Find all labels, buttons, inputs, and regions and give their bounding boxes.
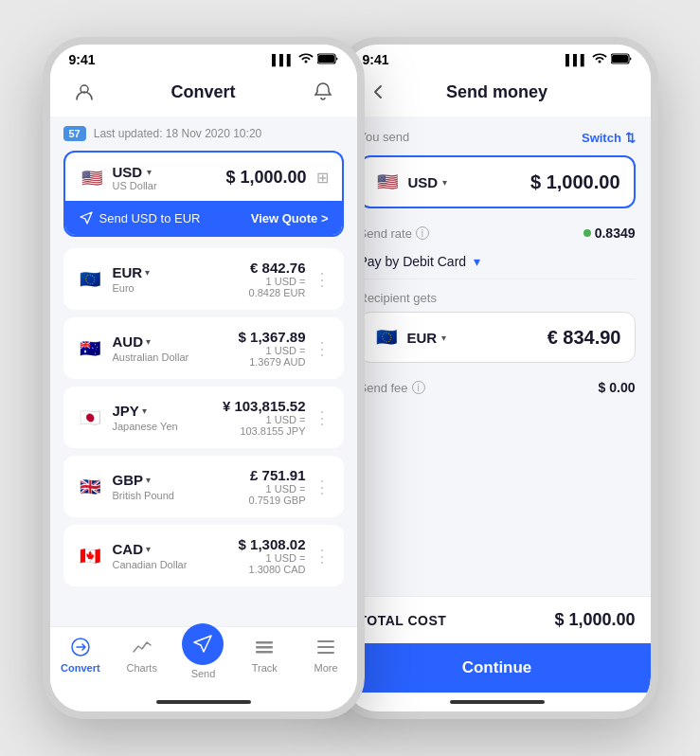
wifi-icon-right <box>592 53 607 66</box>
currency-more-dots[interactable]: ⋮ <box>314 409 331 426</box>
battery-icon-right <box>611 53 632 66</box>
nav-label-send: Send <box>191 668 216 679</box>
currency-more-dots[interactable]: ⋮ <box>314 548 331 565</box>
currency-code: EUR <box>113 264 143 280</box>
from-currency-code: USD <box>408 174 439 190</box>
pay-method-text: Pay by Debit Card <box>359 254 467 269</box>
calculator-icon[interactable]: ⊞ <box>316 169 329 187</box>
update-text: Last updated: 18 Nov 2020 10:20 <box>94 127 261 140</box>
currency-list-item[interactable]: 🇪🇺 EUR ▾ Euro € 842.76 1 USD =0.8428 EUR… <box>63 248 344 310</box>
nav-more[interactable]: More <box>296 635 357 679</box>
currency-amounts: ¥ 103,815.52 1 USD =103.8155 JPY <box>223 398 306 437</box>
send-fee-row: Send fee i $ 0.00 <box>359 372 636 403</box>
currency-item-left: 🇨🇦 CAD ▾ Canadian Dollar <box>77 541 188 570</box>
currency-item-left: 🇯🇵 JPY ▾ Japanese Yen <box>77 403 178 432</box>
send-bar-text: Send USD to EUR <box>79 210 201 225</box>
main-currency-dropdown[interactable]: ▾ <box>147 167 152 177</box>
svg-rect-9 <box>317 652 334 654</box>
currency-flag: 🇯🇵 <box>77 405 103 431</box>
divider-1 <box>359 279 636 279</box>
total-cost-amount: $ 1,000.00 <box>554 610 635 630</box>
notification-icon[interactable] <box>308 77 338 107</box>
switch-icon: ⇅ <box>625 131 636 145</box>
send-rate-label: Send rate i <box>359 226 429 241</box>
svg-rect-4 <box>256 641 273 644</box>
currency-main-amount: $ 1,308.02 <box>239 536 306 552</box>
currency-list-item[interactable]: 🇦🇺 AUD ▾ Australian Dollar $ 1,367.89 1 … <box>63 317 344 379</box>
send-fee-label: Send fee i <box>359 381 425 395</box>
pay-method-row[interactable]: Pay by Debit Card ▾ <box>359 248 636 275</box>
more-nav-icon <box>314 635 338 659</box>
header-convert: Convert <box>50 71 357 117</box>
to-currency-dropdown[interactable]: ▾ <box>441 333 446 343</box>
status-time-left: 9:41 <box>69 52 96 67</box>
currency-item-left: 🇦🇺 AUD ▾ Australian Dollar <box>77 333 189 363</box>
currency-dropdown[interactable]: ▾ <box>146 475 151 485</box>
send-rate-value: 0.8349 <box>583 225 636 241</box>
continue-button[interactable]: Continue <box>344 643 651 693</box>
nav-convert[interactable]: Convert <box>50 635 112 679</box>
currency-rate: 1 USD =0.7519 GBP <box>249 483 306 506</box>
send-fee-info-icon[interactable]: i <box>412 381 425 394</box>
currency-main-amount: € 842.76 <box>249 260 306 276</box>
currency-item-right: ¥ 103,815.52 1 USD =103.8155 JPY ⋮ <box>223 398 331 437</box>
status-icons-left: ▌▌▌ <box>272 53 337 66</box>
switch-button[interactable]: Switch ⇅ <box>582 131 636 145</box>
charts-nav-icon <box>130 635 154 659</box>
svg-rect-5 <box>256 646 273 649</box>
send-fee-value: $ 0.00 <box>599 380 636 395</box>
send-bar[interactable]: Send USD to EUR View Quote > <box>65 201 342 235</box>
nav-charts[interactable]: Charts <box>111 635 172 679</box>
currency-main-amount: $ 1,367.89 <box>239 329 306 345</box>
back-icon[interactable] <box>363 77 393 107</box>
pay-method-dropdown[interactable]: ▾ <box>474 254 480 269</box>
currency-dropdown[interactable]: ▾ <box>145 267 150 278</box>
currency-item-right: $ 1,308.02 1 USD =1.3080 CAD ⋮ <box>239 536 331 575</box>
currency-code: CAD <box>113 541 144 557</box>
currency-main-amount: £ 751.91 <box>249 467 306 483</box>
battery-icon <box>317 53 338 66</box>
currency-item-right: € 842.76 1 USD =0.8428 EUR ⋮ <box>249 260 331 298</box>
currency-item-info: EUR ▾ Euro <box>113 264 151 294</box>
main-currency-card[interactable]: 🇺🇸 USD ▾ US Dollar $ 1,000.00 <box>63 151 344 237</box>
convert-nav-icon <box>68 635 93 659</box>
currency-list-item[interactable]: 🇬🇧 GBP ▾ British Pound £ 751.91 1 USD =0… <box>63 456 344 517</box>
to-currency-code: EUR <box>407 330 438 346</box>
currency-item-info: AUD ▾ Australian Dollar <box>113 333 189 363</box>
currency-more-dots[interactable]: ⋮ <box>314 478 331 495</box>
currency-flag: 🇪🇺 <box>77 266 103 293</box>
currency-dropdown[interactable]: ▾ <box>146 544 151 554</box>
view-quote-link[interactable]: View Quote > <box>251 211 329 225</box>
currency-more-dots[interactable]: ⋮ <box>314 271 331 288</box>
nav-track[interactable]: Track <box>234 635 296 679</box>
currency-more-dots[interactable]: ⋮ <box>314 340 331 357</box>
phone-send: 9:41 ▌▌▌ Send money <box>336 37 658 719</box>
currency-list-item[interactable]: 🇯🇵 JPY ▾ Japanese Yen ¥ 103,815.52 1 USD… <box>63 387 344 448</box>
from-amount: $ 1,000.00 <box>530 171 620 193</box>
nav-label-track: Track <box>252 662 278 674</box>
nav-send[interactable]: Send <box>172 635 234 679</box>
currency-amounts: $ 1,367.89 1 USD =1.3679 AUD <box>239 329 306 368</box>
currency-dropdown[interactable]: ▾ <box>146 336 151 347</box>
status-time-right: 9:41 <box>363 52 389 67</box>
currency-list: 🇪🇺 EUR ▾ Euro € 842.76 1 USD =0.8428 EUR… <box>63 248 344 586</box>
currency-item-left: 🇪🇺 EUR ▾ Euro <box>77 264 151 294</box>
track-nav-icon <box>252 635 277 659</box>
to-currency-left: 🇪🇺 EUR ▾ <box>373 324 447 351</box>
currency-dropdown[interactable]: ▾ <box>142 405 147 416</box>
svg-rect-11 <box>612 55 628 63</box>
currency-flag: 🇬🇧 <box>77 474 103 500</box>
nav-label-more: More <box>314 662 338 674</box>
currency-item-info: JPY ▾ Japanese Yen <box>113 403 178 432</box>
status-icons-right: ▌▌▌ <box>565 53 631 66</box>
currency-list-item[interactable]: 🇨🇦 CAD ▾ Canadian Dollar $ 1,308.02 1 US… <box>63 525 344 586</box>
svg-rect-6 <box>256 651 273 654</box>
send-rate-row: Send rate i 0.8349 <box>359 218 636 248</box>
status-bar-right: 9:41 ▌▌▌ <box>344 45 651 71</box>
phones-container: 9:41 ▌▌▌ Convert <box>0 0 700 756</box>
profile-icon[interactable] <box>69 77 99 107</box>
from-currency-dropdown[interactable]: ▾ <box>442 177 447 188</box>
from-currency-card[interactable]: 🇺🇸 USD ▾ $ 1,000.00 <box>359 155 636 208</box>
to-currency-card[interactable]: 🇪🇺 EUR ▾ € 834.90 <box>359 312 636 363</box>
send-rate-info-icon[interactable]: i <box>416 226 429 240</box>
